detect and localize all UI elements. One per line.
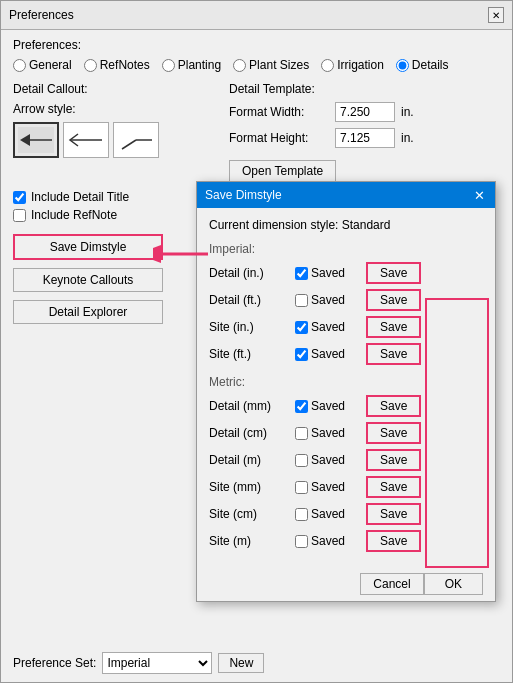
format-width-unit: in.	[401, 105, 414, 119]
save-btn-site-in[interactable]: Save	[366, 316, 421, 338]
save-dimstyle-button[interactable]: Save Dimstyle	[13, 234, 163, 260]
dialog-title-bar: Save Dimstyle ✕	[197, 182, 495, 208]
format-width-label: Format Width:	[229, 105, 329, 119]
dim-label-site-mm: Site (mm)	[209, 480, 289, 494]
dim-checkbox-detail-m[interactable]	[295, 454, 308, 467]
format-height-row: Format Height: in.	[229, 128, 500, 148]
dim-row-detail-ft: Detail (ft.) Saved Save	[209, 289, 483, 311]
format-height-input[interactable]	[335, 128, 395, 148]
main-window: Preferences ✕ Preferences: General RefNo…	[0, 0, 513, 683]
dim-saved-label-1: Saved	[311, 293, 345, 307]
dim-saved-label-7: Saved	[311, 480, 345, 494]
include-detail-title-checkbox[interactable]	[13, 191, 26, 204]
dim-checkbox-detail-in[interactable]	[295, 267, 308, 280]
dim-check-site-mm: Saved	[295, 480, 360, 494]
radio-planting[interactable]: Planting	[162, 58, 221, 72]
keynote-callouts-button[interactable]: Keynote Callouts	[13, 268, 163, 292]
dim-checkbox-detail-cm[interactable]	[295, 427, 308, 440]
dim-check-site-in: Saved	[295, 320, 360, 334]
dim-row-detail-cm: Detail (cm) Saved Save	[209, 422, 483, 444]
radio-plant-sizes[interactable]: Plant Sizes	[233, 58, 309, 72]
format-width-row: Format Width: in.	[229, 102, 500, 122]
metric-label: Metric:	[209, 375, 483, 389]
dim-label-detail-in: Detail (in.)	[209, 266, 289, 280]
dim-row-detail-in: Detail (in.) Saved Save	[209, 262, 483, 284]
dim-checkbox-site-mm[interactable]	[295, 481, 308, 494]
open-template-button[interactable]: Open Template	[229, 160, 336, 182]
save-btn-detail-cm[interactable]: Save	[366, 422, 421, 444]
arrow-style-label: Arrow style:	[13, 102, 213, 116]
dim-saved-label-8: Saved	[311, 507, 345, 521]
ok-button[interactable]: OK	[424, 573, 483, 595]
save-btn-site-ft[interactable]: Save	[366, 343, 421, 365]
dim-check-detail-cm: Saved	[295, 426, 360, 440]
arrow-style-3[interactable]	[113, 122, 159, 158]
format-width-input[interactable]	[335, 102, 395, 122]
dim-label-site-cm: Site (cm)	[209, 507, 289, 521]
dialog-footer: Cancel OK	[197, 567, 495, 601]
dim-saved-label-4: Saved	[311, 399, 345, 413]
detail-explorer-button[interactable]: Detail Explorer	[13, 300, 163, 324]
right-column: Detail Template: Format Width: in. Forma…	[229, 82, 500, 182]
dialog-body: Current dimension style: Standard Imperi…	[197, 208, 495, 567]
dim-checkbox-site-cm[interactable]	[295, 508, 308, 521]
pref-set-row: Preference Set: Imperial New	[13, 644, 500, 674]
dim-row-site-m: Site (m) Saved Save	[209, 530, 483, 552]
section-row: Detail Callout: Arrow style:	[13, 82, 500, 182]
save-btn-detail-ft[interactable]: Save	[366, 289, 421, 311]
radio-irrigation[interactable]: Irrigation	[321, 58, 384, 72]
save-btn-detail-m[interactable]: Save	[366, 449, 421, 471]
imperial-label: Imperial:	[209, 242, 483, 256]
format-height-unit: in.	[401, 131, 414, 145]
arrow-style-3-icon	[118, 127, 154, 153]
dim-check-site-m: Saved	[295, 534, 360, 548]
radio-refnotes[interactable]: RefNotes	[84, 58, 150, 72]
save-btn-site-mm[interactable]: Save	[366, 476, 421, 498]
cancel-button[interactable]: Cancel	[360, 573, 423, 595]
save-btn-site-m[interactable]: Save	[366, 530, 421, 552]
dim-row-site-cm: Site (cm) Saved Save	[209, 503, 483, 525]
radio-general[interactable]: General	[13, 58, 72, 72]
dim-row-detail-m: Detail (m) Saved Save	[209, 449, 483, 471]
pref-set-label: Preference Set:	[13, 656, 96, 670]
dim-checkbox-site-m[interactable]	[295, 535, 308, 548]
current-dim-style-label: Current dimension style: Standard	[209, 218, 483, 232]
detail-template-label: Detail Template:	[229, 82, 500, 96]
dim-check-site-ft: Saved	[295, 347, 360, 361]
arrow-style-2-icon	[68, 127, 104, 153]
save-btn-site-cm[interactable]: Save	[366, 503, 421, 525]
dialog-close-button[interactable]: ✕	[471, 187, 487, 203]
arrow-style-1[interactable]	[13, 122, 59, 158]
dim-label-detail-mm: Detail (mm)	[209, 399, 289, 413]
save-btn-detail-in[interactable]: Save	[366, 262, 421, 284]
arrow-style-2[interactable]	[63, 122, 109, 158]
dim-label-detail-ft: Detail (ft.)	[209, 293, 289, 307]
dim-checkbox-detail-mm[interactable]	[295, 400, 308, 413]
window-close-button[interactable]: ✕	[488, 7, 504, 23]
dim-checkbox-site-ft[interactable]	[295, 348, 308, 361]
include-refnote-checkbox[interactable]	[13, 209, 26, 222]
dim-label-site-m: Site (m)	[209, 534, 289, 548]
radio-details[interactable]: Details	[396, 58, 449, 72]
dim-check-detail-m: Saved	[295, 453, 360, 467]
red-arrow-indicator	[153, 239, 213, 272]
preferences-label: Preferences:	[13, 38, 500, 52]
include-refnote-label: Include RefNote	[31, 208, 117, 222]
dim-label-detail-cm: Detail (cm)	[209, 426, 289, 440]
left-column: Detail Callout: Arrow style:	[13, 82, 213, 182]
dim-saved-label-6: Saved	[311, 453, 345, 467]
dim-label-detail-m: Detail (m)	[209, 453, 289, 467]
pref-set-select[interactable]: Imperial	[102, 652, 212, 674]
dim-saved-label-9: Saved	[311, 534, 345, 548]
dim-check-detail-ft: Saved	[295, 293, 360, 307]
dim-row-site-in: Site (in.) Saved Save	[209, 316, 483, 338]
save-btn-detail-mm[interactable]: Save	[366, 395, 421, 417]
dim-row-detail-mm: Detail (mm) Saved Save	[209, 395, 483, 417]
pref-set-new-button[interactable]: New	[218, 653, 264, 673]
metric-section: Metric: Detail (mm) Saved Save Detail (c…	[209, 375, 483, 552]
dim-check-detail-in: Saved	[295, 266, 360, 280]
dim-checkbox-site-in[interactable]	[295, 321, 308, 334]
dim-saved-label-0: Saved	[311, 266, 345, 280]
dim-checkbox-detail-ft[interactable]	[295, 294, 308, 307]
format-height-label: Format Height:	[229, 131, 329, 145]
